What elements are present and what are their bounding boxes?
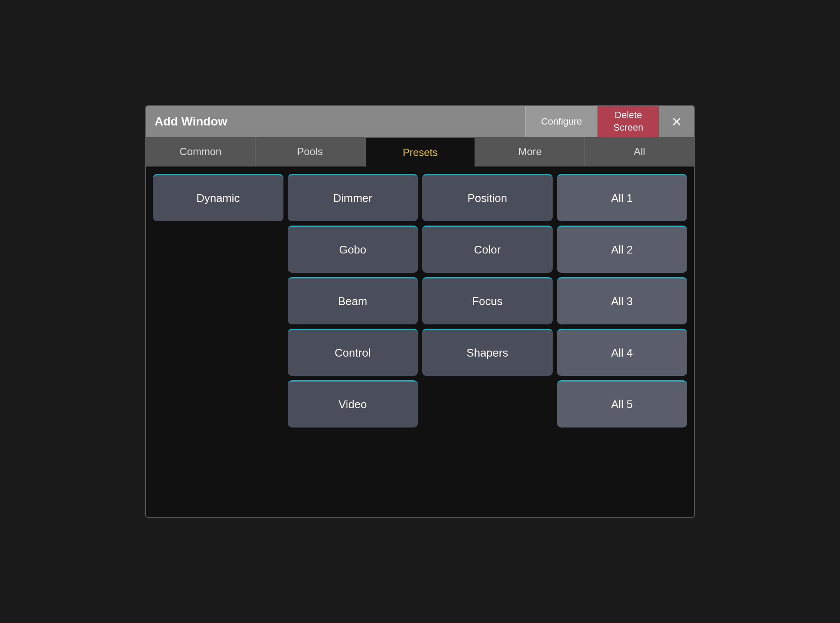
- tab-more[interactable]: More: [475, 137, 585, 166]
- preset-grid: Dynamic Dimmer Position All 1 Gobo Color…: [146, 167, 694, 517]
- title-bar: Add Window Configure DeleteScreen ✕: [146, 106, 694, 137]
- preset-btn-all4[interactable]: All 4: [557, 329, 688, 376]
- title-bar-buttons: Configure DeleteScreen ✕: [525, 106, 694, 137]
- configure-button[interactable]: Configure: [525, 106, 597, 137]
- tab-pools[interactable]: Pools: [256, 137, 365, 166]
- window-title: Add Window: [146, 106, 525, 137]
- preset-btn-dimmer[interactable]: Dimmer: [288, 174, 418, 221]
- close-button[interactable]: ✕: [659, 106, 694, 137]
- preset-btn-color[interactable]: Color: [422, 226, 553, 273]
- preset-btn-control[interactable]: Control: [288, 329, 418, 376]
- tab-presets[interactable]: Presets: [365, 137, 476, 167]
- add-window: Add Window Configure DeleteScreen ✕ Comm…: [145, 105, 695, 518]
- preset-btn-video[interactable]: Video: [288, 380, 418, 428]
- delete-screen-button[interactable]: DeleteScreen: [597, 106, 659, 137]
- preset-btn-focus[interactable]: Focus: [422, 277, 553, 324]
- preset-btn-shapers[interactable]: Shapers: [422, 329, 553, 376]
- preset-btn-gobo[interactable]: Gobo: [288, 226, 418, 273]
- tab-bar: Common Pools Presets More All: [146, 137, 694, 167]
- preset-btn-all1[interactable]: All 1: [557, 174, 688, 221]
- preset-btn-all3[interactable]: All 3: [557, 277, 688, 324]
- tab-all[interactable]: All: [585, 137, 694, 166]
- preset-btn-all2[interactable]: All 2: [557, 226, 688, 273]
- preset-btn-beam[interactable]: Beam: [288, 277, 418, 324]
- preset-btn-all5[interactable]: All 5: [557, 380, 688, 428]
- preset-btn-dynamic[interactable]: Dynamic: [153, 174, 283, 221]
- tab-common[interactable]: Common: [146, 137, 256, 166]
- preset-btn-position[interactable]: Position: [422, 174, 553, 221]
